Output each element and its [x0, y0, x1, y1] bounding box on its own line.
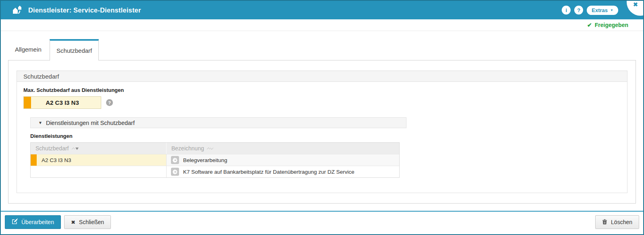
- schutzbedarf-value: A2 C3 I3 N3: [31, 157, 71, 163]
- tab-bar: Allgemein Schutzbedarf: [1, 31, 643, 60]
- titlebar-actions: i ? Extras ▼: [562, 6, 618, 15]
- service-gear-icon: [171, 168, 179, 176]
- help-icon[interactable]: ?: [574, 6, 583, 15]
- collapse-caret-icon: ▼: [38, 121, 42, 125]
- tab-content: Schutzbedarf Max. Schutzbedarf aus Diens…: [8, 60, 636, 204]
- dienstleistungen-label: Dienstleistungen: [30, 133, 627, 139]
- delete-label: Löschen: [611, 219, 632, 225]
- schutzbedarf-panel: Schutzbedarf Max. Schutzbedarf aus Diens…: [17, 71, 627, 193]
- sort-desc-icon[interactable]: [75, 148, 79, 150]
- edit-icon: [12, 218, 18, 226]
- close-label: Schließen: [79, 219, 104, 225]
- close-window-button[interactable]: ✖ Schließen: [64, 215, 111, 229]
- tab-allgemein[interactable]: Allgemein: [9, 39, 48, 60]
- max-schutzbedarf-row: A2 C3 I3 N3 ?: [23, 96, 627, 109]
- schutzbedarf-cell: [31, 166, 166, 177]
- window-title: Dienstleister: Service-Dienstleister: [28, 6, 141, 14]
- dienstleister-houses-icon: [11, 4, 23, 16]
- bezeichnung-cell: K7 Software auf Bankarbeitsplatz für Dat…: [166, 166, 399, 177]
- column-header-bezeichnung[interactable]: Bezeichnung: [166, 143, 399, 154]
- dienstleistungen-section-toggle[interactable]: ▼ Dienstleistungen mit Schutzbedarf: [30, 117, 406, 128]
- service-gear-icon: [171, 156, 179, 164]
- footer-toolbar: Überarbeiten ✖ Schließen Löschen: [1, 212, 643, 233]
- sort-desc-icon[interactable]: [210, 146, 213, 150]
- extras-label: Extras: [592, 7, 608, 13]
- tab-schutzbedarf-label: Schutzbedarf: [56, 47, 92, 54]
- column-header-schutzbedarf[interactable]: Schutzbedarf: [31, 143, 166, 154]
- titlebar: Dienstleister: Service-Dienstleister i ?…: [1, 1, 643, 19]
- max-schutzbedarf-label: Max. Schutzbedarf aus Dienstleistungen: [23, 87, 627, 93]
- close-icon: ✖: [633, 1, 638, 8]
- table-row[interactable]: A2 C3 I3 N3 Belegverarbeitung: [31, 154, 399, 166]
- schutzbedarf-cell: A2 C3 I3 N3: [31, 154, 166, 166]
- bezeichnung-value: K7 Software auf Bankarbeitsplatz für Dat…: [183, 169, 354, 175]
- table-header-row: Schutzbedarf Bezeichnung: [31, 143, 399, 154]
- tab-allgemein-label: Allgemein: [15, 46, 42, 53]
- extras-button[interactable]: Extras ▼: [587, 6, 618, 15]
- section-title: Dienstleistungen mit Schutzbedarf: [46, 120, 135, 126]
- column-label: Bezeichnung: [171, 145, 204, 152]
- info-icon[interactable]: i: [562, 6, 571, 15]
- check-icon: ✔: [587, 22, 592, 28]
- close-button[interactable]: ✖: [627, 0, 644, 16]
- status-badge: Freigegeben: [595, 22, 628, 28]
- panel-title: Schutzbedarf: [23, 73, 59, 80]
- column-label: Schutzbedarf: [35, 145, 69, 152]
- trash-icon: [602, 219, 607, 226]
- max-schutzbedarf-value: A2 C3 I3 N3: [23, 96, 101, 109]
- panel-body: Max. Schutzbedarf aus Dienstleistungen A…: [17, 82, 627, 178]
- x-icon: ✖: [71, 219, 75, 225]
- tab-schutzbedarf[interactable]: Schutzbedarf: [50, 39, 99, 60]
- dialog-window: Dienstleister: Service-Dienstleister i ?…: [0, 0, 644, 235]
- revise-button[interactable]: Überarbeiten: [5, 215, 61, 229]
- footer-spacer: [1, 204, 643, 211]
- bezeichnung-cell: Belegverarbeitung: [166, 154, 399, 166]
- field-help-icon[interactable]: ?: [106, 99, 113, 106]
- delete-button[interactable]: Löschen: [595, 215, 639, 229]
- panel-header: Schutzbedarf: [17, 71, 627, 82]
- revise-label: Überarbeiten: [21, 219, 54, 225]
- chevron-down-icon: ▼: [610, 8, 613, 12]
- max-schutzbedarf-text: A2 C3 I3 N3: [46, 99, 79, 106]
- dienstleistungen-table: Schutzbedarf Bezeichnung: [30, 142, 400, 178]
- status-bar: ✔ Freigegeben: [1, 19, 643, 31]
- table-row[interactable]: K7 Software auf Bankarbeitsplatz für Dat…: [31, 166, 399, 177]
- sort-asc-icon[interactable]: [71, 147, 75, 150]
- bezeichnung-value: Belegverarbeitung: [183, 157, 227, 163]
